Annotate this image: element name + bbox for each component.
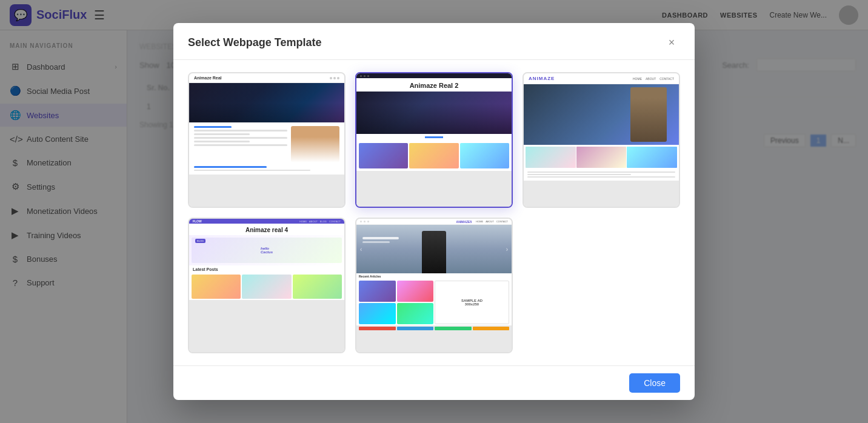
tpl5-dot-1 [360,221,362,222]
modal-body: Animaze Real [173,60,695,365]
tpl4-post-2 [242,275,291,299]
tpl3-img-2 [576,147,627,168]
tpl1-line-2 [194,133,250,135]
tpl1-footer-line [194,170,310,171]
tpl1-line-4 [194,141,250,142]
tpl4-header: FLOW HOME ABOUT BLOG CONTACT [189,219,344,224]
tpl5-logo-text: ANIMAZE5 [456,220,472,224]
tpl3-row-1 [527,172,675,173]
tpl5-nav-3: CONTACT [496,220,508,223]
tpl1-line-3 [194,137,287,139]
tpl5-ad-2 [397,281,434,302]
tpl3-bottom-images [524,145,679,170]
tpl5-hero-line-2 [362,241,390,243]
tpl2-dot-1 [360,75,362,77]
tpl1-person-graphic [291,126,339,162]
tpl2-mini-bar [356,73,512,78]
tpl5-color-1 [359,327,396,330]
tpl1-dot-1 [330,77,332,79]
tpl4-nav-1: HOME [299,220,307,223]
modal-title: Select Webpage Template [188,36,321,49]
tpl2-grid-item-2 [409,143,458,168]
tpl3-nav: HOME ABOUT CONTACT [633,77,674,81]
tpl1-footer-bar [194,166,267,168]
tpl3-logo-text: ANIMAZE [529,76,555,81]
tpl4-nav: HOME ABOUT BLOG CONTACT [299,220,341,223]
modal-overlay[interactable]: Select Webpage Template × Animaze Real [0,0,868,423]
tpl4-logo-text: FLOW [193,219,202,223]
tpl3-person-graphic [630,87,667,142]
tpl5-ad-right-block: SAMPLE AD300x250 [435,281,509,324]
tpl3-nav-3: CONTACT [659,77,674,81]
tpl4-posts-grid [189,273,344,300]
tpl5-ad-3 [359,303,396,324]
tpl3-nav-1: HOME [633,77,642,81]
tpl5-hero-text [362,237,399,243]
tpl2-hero [356,92,512,134]
tpl3-header: ANIMAZE HOME ABOUT CONTACT [524,73,679,84]
tpl4-hero-text: helloCactus [261,247,273,254]
tpl3-nav-2: ABOUT [646,77,656,81]
tpl5-ad-sample-text: SAMPLE AD300x250 [461,299,482,306]
tpl1-line-1 [194,130,287,132]
tpl4-nav-4: CONTACT [329,220,341,223]
tpl1-dots [330,77,339,79]
tpl2-dot-2 [364,75,366,77]
tpl1-dot-3 [337,77,339,79]
tpl5-ad-1 [359,281,396,302]
tpl2-progress-bar [425,136,443,138]
templates-grid: Animaze Real [188,72,680,353]
tpl1-line-5 [194,144,287,146]
tpl4-post-1 [192,275,241,299]
tpl5-hero-person [422,231,446,273]
tpl5-dot-3 [367,221,369,222]
tpl5-arrow-right-icon: › [506,246,508,253]
tpl5-color-2 [397,327,434,330]
template-preview-3: ANIMAZE HOME ABOUT CONTACT [524,73,679,207]
tpl4-hero: BLOG helloCactus [189,235,344,265]
tpl3-row-2 [527,174,631,175]
template-preview-4: FLOW HOME ABOUT BLOG CONTACT Animaze rea… [189,219,344,352]
tpl1-hero [189,83,344,122]
tpl3-row-3 [527,176,675,178]
tpl1-content [189,122,344,175]
tpl1-dot-2 [333,77,336,79]
tpl2-indicator [356,134,512,141]
tpl5-ad-grid-left [359,281,433,324]
template-card-animaze-5[interactable]: ANIMAZE5 HOME ABOUT CONTACT [355,218,513,353]
tpl2-title-text: Animaze Real 2 [361,82,507,89]
tpl5-nav: HOME ABOUT CONTACT [476,220,508,223]
template-selection-modal: Select Webpage Template × Animaze Real [173,23,695,400]
tpl4-nav-2: ABOUT [309,220,318,223]
tpl2-hero-image [356,104,512,134]
tpl2-bottom-grid [356,141,512,171]
tpl4-post-3 [293,275,342,299]
tpl4-nav-3: BLOG [320,220,327,223]
tpl1-header: Animaze Real [189,73,344,83]
tpl5-nav-1: HOME [476,220,483,223]
modal-footer: Close [173,365,695,400]
template-card-animaze-real-4[interactable]: FLOW HOME ABOUT BLOG CONTACT Animaze rea… [188,218,346,353]
tpl5-dot-2 [364,221,366,222]
tpl3-text-rows [524,170,679,181]
tpl4-hero-inner: helloCactus [192,238,342,263]
tpl3-img-3 [627,147,677,168]
tpl2-grid-item-1 [359,143,408,168]
tpl5-ads-label: Recent Articles [356,273,512,279]
tpl1-content-row [194,126,339,162]
tpl5-ads-grid: SAMPLE AD300x250 [356,279,512,325]
template-card-animaze-3[interactable]: ANIMAZE HOME ABOUT CONTACT [522,72,680,208]
modal-close-footer-button[interactable]: Close [629,373,680,393]
tpl2-dot-3 [367,75,369,77]
tpl5-bottom-colors [359,327,509,330]
tpl1-text-col [194,126,287,162]
template-card-animaze-real-1[interactable]: Animaze Real [188,72,346,208]
tpl1-person-img [291,126,339,162]
tpl5-hero-line-1 [362,237,399,239]
tpl5-hero: ‹ › [356,225,512,273]
tpl3-hero [524,84,679,145]
template-card-animaze-real-2[interactable]: Animaze Real 2 [355,72,513,208]
tpl4-title-text: Animaze real 4 [194,227,339,233]
modal-close-button[interactable]: × [663,34,680,51]
tpl3-img-1 [526,147,576,168]
